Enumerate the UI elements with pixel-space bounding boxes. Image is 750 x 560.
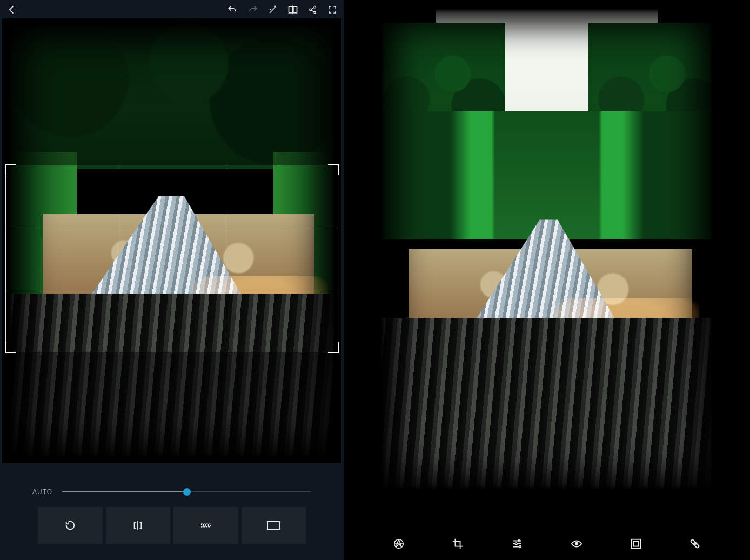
undo-icon[interactable] <box>227 4 238 15</box>
svg-point-16 <box>695 543 696 544</box>
crop-grid-line <box>227 165 227 352</box>
svg-rect-14 <box>691 539 700 549</box>
aspect-ratio-icon <box>266 520 280 531</box>
svg-point-4 <box>314 11 316 13</box>
crop-dim-top <box>2 18 341 165</box>
auto-slider[interactable] <box>62 491 311 492</box>
healing-patch-icon <box>689 538 701 550</box>
viewer-canvas[interactable] <box>344 0 750 517</box>
back-icon[interactable] <box>6 4 17 15</box>
crop-grid-line <box>117 165 117 352</box>
letterbox-left <box>344 0 374 517</box>
slider-fill <box>62 491 186 492</box>
bottom-tab-bar <box>344 514 750 560</box>
svg-rect-0 <box>289 6 293 13</box>
tab-aperture[interactable] <box>386 531 412 557</box>
compare-icon[interactable] <box>287 4 298 15</box>
aspect-ratio-button[interactable] <box>242 507 306 544</box>
svg-rect-1 <box>293 6 297 13</box>
flip-button[interactable] <box>106 507 171 544</box>
rotate-button[interactable] <box>38 507 103 544</box>
magic-wand-icon[interactable] <box>268 5 278 15</box>
letterbox-right <box>720 0 750 517</box>
viewer-pane <box>344 0 750 560</box>
svg-rect-12 <box>631 539 640 549</box>
tab-adjust[interactable] <box>504 531 530 557</box>
crop-grid-line <box>6 290 337 290</box>
frame-icon <box>630 538 642 550</box>
svg-point-3 <box>314 6 316 8</box>
share-icon[interactable] <box>308 5 318 15</box>
crop-editor-pane: AUTO <box>0 0 344 560</box>
crop-handle-tr[interactable] <box>328 164 339 175</box>
svg-point-8 <box>518 540 520 542</box>
crop-handle-br[interactable] <box>328 342 339 353</box>
top-toolbar <box>0 0 344 19</box>
fullscreen-icon[interactable] <box>327 5 337 15</box>
flip-horizontal-icon <box>132 519 144 531</box>
sliders-icon <box>511 538 523 550</box>
crop-handle-tl[interactable] <box>5 164 16 175</box>
crop-tool-row <box>0 507 344 544</box>
tab-crop[interactable] <box>445 531 471 557</box>
svg-point-11 <box>575 543 578 545</box>
svg-point-15 <box>694 543 694 544</box>
svg-point-9 <box>515 543 517 545</box>
svg-point-17 <box>694 542 695 543</box>
photo-full <box>374 3 720 495</box>
redo-icon <box>247 4 258 15</box>
tab-redeye[interactable] <box>564 531 590 557</box>
auto-slider-row: AUTO <box>0 476 344 508</box>
crop-grid-line <box>6 228 337 228</box>
svg-rect-13 <box>633 541 638 546</box>
svg-point-10 <box>519 546 521 548</box>
svg-point-18 <box>694 544 695 545</box>
tab-heal[interactable] <box>682 531 708 557</box>
eye-icon <box>570 538 583 550</box>
slider-thumb[interactable] <box>183 488 191 496</box>
svg-point-2 <box>310 9 311 10</box>
tab-frame[interactable] <box>623 531 649 557</box>
aperture-icon <box>393 538 405 550</box>
crop-icon <box>452 538 464 550</box>
crop-selection[interactable] <box>5 165 338 352</box>
rotate-icon <box>64 519 76 531</box>
slider-label: AUTO <box>32 488 52 496</box>
straighten-button[interactable] <box>173 507 238 544</box>
crop-dim-bottom <box>2 352 341 463</box>
svg-rect-6 <box>267 522 279 529</box>
image-canvas[interactable] <box>2 18 341 463</box>
crop-handle-bl[interactable] <box>5 342 16 353</box>
straighten-icon <box>199 519 212 531</box>
